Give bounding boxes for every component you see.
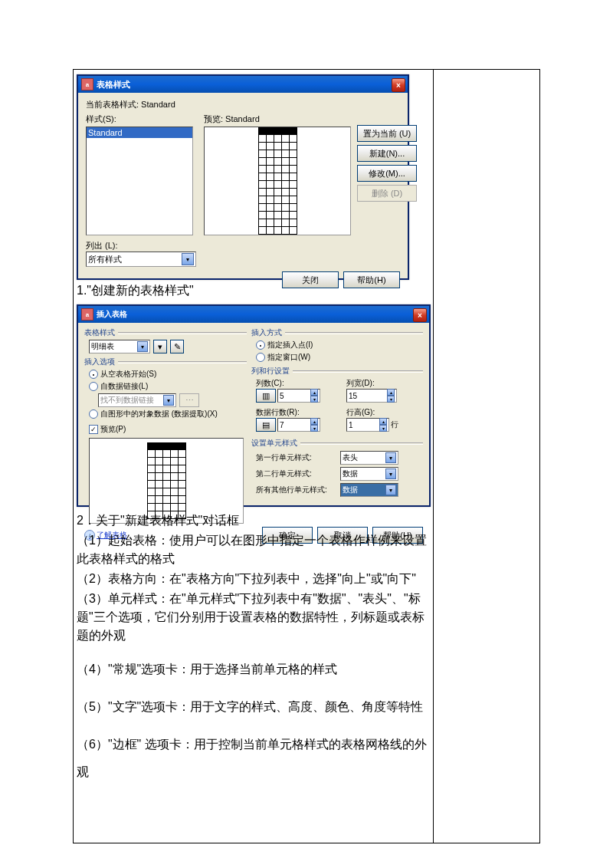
cols-input[interactable]: 5▴▾ [277, 389, 320, 403]
opt-link-radio[interactable]: 自数据链接(L) [89, 381, 247, 392]
row2-style-label: 第二行单元样式: [256, 469, 340, 479]
method-window-radio[interactable]: 指定窗口(W) [256, 352, 423, 363]
body-p6: （6）"边框" 选项卡：用于控制当前单元格样式的表格网格线的外观 [77, 731, 430, 784]
style-new-button[interactable]: ✎ [170, 340, 184, 353]
listout-value: 所有样式 [88, 254, 122, 265]
opt-extract-radio[interactable]: 自图形中的对象数据 (数据提取)(X) [89, 409, 247, 419]
current-style-label: 当前表格样式: Standard [86, 99, 400, 110]
delete-button: 删除 (D) [357, 185, 417, 202]
rows-input[interactable]: 7▴▾ [277, 418, 320, 432]
body-p4: （4）"常规"选项卡：用于选择当前单元格的样式 [77, 656, 430, 682]
chevron-down-icon[interactable]: ▾ [385, 452, 396, 463]
dialog1-titlebar[interactable]: a 表格样式 × [78, 76, 408, 93]
other-style-select[interactable]: 数据▾ [340, 483, 398, 497]
preview-checkbox[interactable]: 预览(P) [89, 424, 247, 435]
insert-table-dialog: a 插入表格 × 表格样式 明细表 ▾ [77, 304, 431, 507]
link-select: 找不到数据链接 ▾ [98, 393, 176, 407]
body-p5: （5）"文字"选项卡：用于文字的样式、高度、颜色、角度等特性 [77, 693, 430, 720]
dialog1-title: 表格样式 [97, 79, 130, 90]
style-value: 明细表 [91, 341, 114, 352]
close-button[interactable]: 关闭 [282, 271, 339, 288]
listout-select[interactable]: 所有样式 ▾ [86, 252, 196, 267]
style-list-label: 样式(S): [86, 113, 196, 125]
rows-icon: ▤ [256, 418, 276, 432]
preview-table-2 [147, 442, 186, 519]
table-style-dialog: a 表格样式 × 当前表格样式: Standard 样式(S): Standar… [77, 74, 409, 280]
chevron-down-icon[interactable]: ▾ [182, 253, 194, 265]
style-listbox[interactable]: Standard [86, 127, 193, 235]
body-p3: （3）单元样式：在"单元样式"下拉列表中有"数据"、"表头"、"标题"三个选项，… [77, 590, 430, 645]
new-button[interactable]: 新建(N)... [357, 145, 417, 162]
app-icon: a [81, 308, 93, 321]
group-style-label: 表格样式 [84, 327, 115, 338]
chevron-down-icon[interactable]: ▾ [385, 485, 396, 495]
close-icon[interactable]: × [392, 78, 405, 92]
cols-label: 列数(C): [256, 378, 333, 389]
colwidth-input[interactable]: 15▴▾ [346, 389, 397, 403]
rowheight-label: 行高(G): [346, 407, 423, 418]
colwidth-label: 列宽(D): [346, 378, 423, 389]
method-point-radio[interactable]: 指定插入点(I) [256, 340, 423, 350]
rowheight-unit: 行 [391, 419, 398, 430]
dialog2-title: 插入表格 [97, 309, 127, 320]
help-button[interactable]: 帮助(H) [343, 271, 400, 288]
app-icon: a [81, 78, 93, 90]
style-item-standard[interactable]: Standard [87, 127, 192, 138]
style-browse-button[interactable]: ▾ [153, 340, 167, 353]
chevron-down-icon[interactable]: ▾ [137, 341, 148, 352]
close-icon[interactable]: × [413, 308, 427, 322]
row1-style-select[interactable]: 表头▾ [340, 451, 398, 465]
listout-label: 列出 (L): [86, 240, 196, 252]
modify-button[interactable]: 修改(M)... [357, 165, 417, 182]
cols-icon: ▥ [256, 389, 276, 403]
group-insert-method: 插入方式 [251, 327, 282, 338]
table-style-select[interactable]: 明细表 ▾ [89, 340, 150, 353]
rowheight-input[interactable]: 1▴▾ [346, 418, 389, 432]
opt-blank-radio[interactable]: 从空表格开始(S) [89, 369, 247, 380]
chevron-down-icon: ▾ [163, 395, 174, 406]
row1-style-label: 第一行单元样式: [256, 452, 340, 463]
group-cellstyle: 设置单元样式 [251, 438, 297, 449]
body-p1: （1）起始表格：使用户可以在图形中指定一个表格作样例来设置此表格样式的格式 [77, 531, 430, 568]
preview-label: 预览: Standard [204, 113, 351, 125]
set-current-button[interactable]: 置为当前 (U) [357, 125, 417, 142]
row2-style-select[interactable]: 数据▾ [340, 467, 398, 481]
link-browse-button: ⋯ [179, 393, 199, 407]
dialog2-titlebar[interactable]: a 插入表格 × [78, 306, 429, 323]
other-style-label: 所有其他行单元样式: [256, 485, 340, 495]
group-rowcol: 列和行设置 [251, 366, 290, 376]
body-p2: （2）表格方向：在"表格方向"下拉列表中，选择"向上"或"向下" [77, 570, 430, 588]
chevron-down-icon[interactable]: ▾ [385, 469, 396, 479]
preview-box [204, 127, 351, 235]
preview-table [258, 127, 297, 235]
group-insert-options: 插入选项 [84, 357, 115, 367]
rows-label: 数据行数(R): [256, 407, 333, 418]
